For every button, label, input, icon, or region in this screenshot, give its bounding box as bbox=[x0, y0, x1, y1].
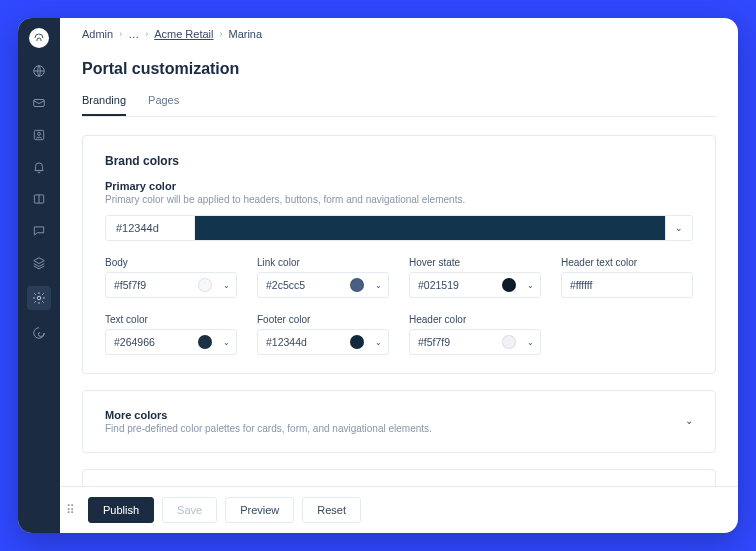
tab-branding[interactable]: Branding bbox=[82, 94, 126, 116]
color-item: Link color#2c5cc5⌄ bbox=[257, 257, 389, 298]
chevron-down-icon[interactable]: ⌄ bbox=[368, 338, 388, 347]
color-hex: #264966 bbox=[106, 336, 198, 348]
color-item: Body#f5f7f9⌄ bbox=[105, 257, 237, 298]
color-input[interactable]: #ffffff bbox=[561, 272, 693, 298]
color-label: Header text color bbox=[561, 257, 693, 268]
chevron-right-icon: › bbox=[145, 29, 148, 39]
color-hex: #021519 bbox=[410, 279, 502, 291]
chevron-down-icon[interactable]: ⌄ bbox=[216, 281, 236, 290]
breadcrumb: Admin › … › Acme Retail › Marina bbox=[60, 18, 738, 50]
app-logo[interactable] bbox=[29, 28, 49, 48]
chevron-down-icon[interactable]: ⌄ bbox=[520, 338, 540, 347]
primary-color-desc: Primary color will be applied to headers… bbox=[105, 194, 693, 205]
svg-point-5 bbox=[37, 296, 41, 300]
user-icon[interactable] bbox=[30, 126, 48, 144]
settings-icon[interactable] bbox=[27, 286, 51, 310]
layers-icon[interactable] bbox=[30, 254, 48, 272]
bell-icon[interactable] bbox=[30, 158, 48, 176]
swirl-icon[interactable] bbox=[30, 324, 48, 342]
color-item: Hover state#021519⌄ bbox=[409, 257, 541, 298]
primary-color-bar bbox=[195, 215, 665, 241]
color-input[interactable]: #264966⌄ bbox=[105, 329, 237, 355]
chevron-right-icon: › bbox=[119, 29, 122, 39]
primary-color-row: #12344d ⌄ bbox=[105, 215, 693, 241]
app-window: Admin › … › Acme Retail › Marina Portal … bbox=[18, 18, 738, 533]
globe-icon[interactable] bbox=[30, 62, 48, 80]
primary-hex-input[interactable]: #12344d bbox=[105, 215, 195, 241]
color-swatch bbox=[350, 278, 364, 292]
color-swatch bbox=[502, 335, 516, 349]
svg-point-3 bbox=[38, 132, 41, 135]
chevron-down-icon[interactable]: ⌄ bbox=[216, 338, 236, 347]
content-scroll[interactable]: Portal customization Branding Pages Bran… bbox=[60, 50, 738, 486]
portal-fonts-card: Portal fonts Base font Source Sans Pro ⌄… bbox=[82, 469, 716, 486]
color-input[interactable]: #2c5cc5⌄ bbox=[257, 272, 389, 298]
color-hex: #f5f7f9 bbox=[106, 279, 198, 291]
color-label: Hover state bbox=[409, 257, 541, 268]
drag-handle-icon: ⠿ bbox=[66, 503, 74, 517]
color-input[interactable]: #f5f7f9⌄ bbox=[105, 272, 237, 298]
breadcrumb-admin[interactable]: Admin bbox=[82, 28, 113, 40]
svg-rect-1 bbox=[34, 100, 45, 107]
color-item: Footer color#12344d⌄ bbox=[257, 314, 389, 355]
more-colors-expand[interactable]: ⌄ bbox=[685, 409, 693, 426]
color-swatch bbox=[350, 335, 364, 349]
color-hex: #12344d bbox=[258, 336, 350, 348]
color-label: Link color bbox=[257, 257, 389, 268]
color-label: Text color bbox=[105, 314, 237, 325]
color-item: Header text color#ffffff bbox=[561, 257, 693, 298]
color-hex: #2c5cc5 bbox=[258, 279, 350, 291]
primary-color-label: Primary color bbox=[105, 180, 693, 192]
more-colors-title: More colors bbox=[105, 409, 432, 421]
page-title: Portal customization bbox=[82, 60, 716, 78]
reset-button[interactable]: Reset bbox=[302, 497, 361, 523]
breadcrumb-current: Marina bbox=[228, 28, 262, 40]
more-colors-desc: Find pre-defined color palettes for card… bbox=[105, 423, 432, 434]
main-panel: Admin › … › Acme Retail › Marina Portal … bbox=[60, 18, 738, 533]
color-swatch bbox=[198, 278, 212, 292]
preview-button[interactable]: Preview bbox=[225, 497, 294, 523]
chevron-right-icon: › bbox=[219, 29, 222, 39]
color-swatch bbox=[502, 278, 516, 292]
chevron-down-icon[interactable]: ⌄ bbox=[520, 281, 540, 290]
save-button[interactable]: Save bbox=[162, 497, 217, 523]
color-input[interactable]: #12344d⌄ bbox=[257, 329, 389, 355]
color-item: Text color#264966⌄ bbox=[105, 314, 237, 355]
tabs: Branding Pages bbox=[82, 94, 716, 117]
tab-pages[interactable]: Pages bbox=[148, 94, 179, 116]
color-input[interactable]: #f5f7f9⌄ bbox=[409, 329, 541, 355]
publish-button[interactable]: Publish bbox=[88, 497, 154, 523]
color-label: Footer color bbox=[257, 314, 389, 325]
brand-colors-title: Brand colors bbox=[105, 154, 693, 168]
chat-icon[interactable] bbox=[30, 222, 48, 240]
primary-color-dropdown[interactable]: ⌄ bbox=[665, 215, 693, 241]
more-colors-card: More colors Find pre-defined color palet… bbox=[82, 390, 716, 453]
footer-actions: ⠿ Publish Save Preview Reset bbox=[60, 486, 738, 533]
chevron-down-icon[interactable]: ⌄ bbox=[368, 281, 388, 290]
color-grid: Body#f5f7f9⌄Link color#2c5cc5⌄Hover stat… bbox=[105, 257, 693, 355]
breadcrumb-org[interactable]: Acme Retail bbox=[154, 28, 213, 40]
mail-icon[interactable] bbox=[30, 94, 48, 112]
color-hex: #f5f7f9 bbox=[410, 336, 502, 348]
color-swatch bbox=[198, 335, 212, 349]
breadcrumb-ellipsis: … bbox=[128, 28, 139, 40]
color-hex: #ffffff bbox=[562, 279, 692, 291]
color-item: Header color#f5f7f9⌄ bbox=[409, 314, 541, 355]
brand-colors-card: Brand colors Primary color Primary color… bbox=[82, 135, 716, 374]
color-label: Header color bbox=[409, 314, 541, 325]
color-input[interactable]: #021519⌄ bbox=[409, 272, 541, 298]
sidebar bbox=[18, 18, 60, 533]
book-icon[interactable] bbox=[30, 190, 48, 208]
color-label: Body bbox=[105, 257, 237, 268]
